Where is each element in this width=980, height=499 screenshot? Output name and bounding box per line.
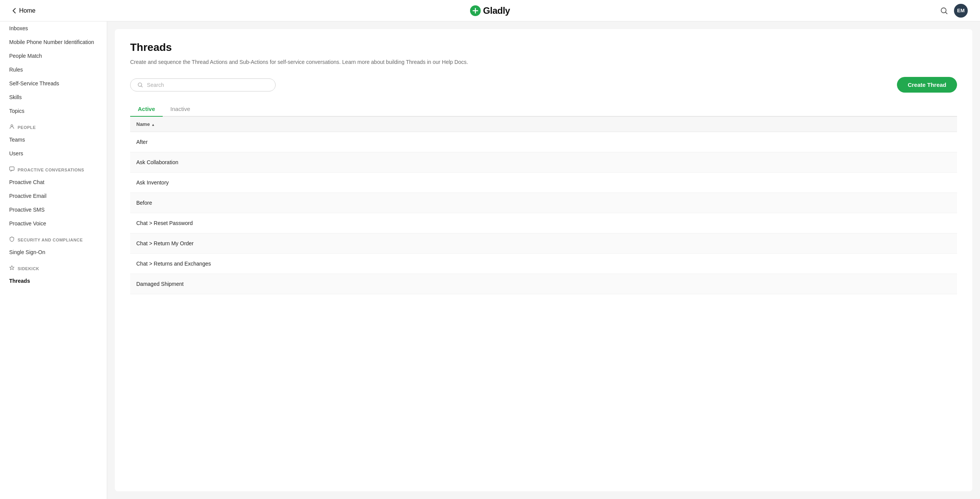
top-nav-right: EM <box>940 4 968 18</box>
sidebar-item-proactive-email[interactable]: Proactive Email <box>0 189 107 203</box>
sidebar-section-sidekick: SIDEKICK <box>0 259 107 274</box>
search-box[interactable] <box>130 78 276 91</box>
thread-list: After Ask Collaboration Ask Inventory Be… <box>130 132 957 294</box>
sidebar-item-users[interactable]: Users <box>0 147 107 160</box>
logo-icon <box>470 5 481 16</box>
sidebar-item-single-sign-on[interactable]: Single Sign-On <box>0 245 107 259</box>
create-thread-button[interactable]: Create Thread <box>897 77 957 93</box>
table-row[interactable]: Chat > Return My Order <box>130 233 957 254</box>
search-box-icon <box>137 82 143 88</box>
back-chevron-icon <box>12 8 16 14</box>
tab-inactive[interactable]: Inactive <box>163 102 198 117</box>
table-header: Name <box>130 117 957 132</box>
sort-asc-icon <box>151 121 155 127</box>
tabs: Active Inactive <box>130 102 957 117</box>
sidebar-item-mobile-phone[interactable]: Mobile Phone Number Identification <box>0 35 107 49</box>
table-row[interactable]: Damaged Shipment <box>130 274 957 294</box>
avatar[interactable]: EM <box>954 4 968 18</box>
sidebar-item-skills[interactable]: Skills <box>0 90 107 104</box>
column-header-name[interactable]: Name <box>130 121 161 127</box>
sidebar-item-self-service-threads[interactable]: Self-Service Threads <box>0 77 107 90</box>
sidebar-item-proactive-chat[interactable]: Proactive Chat <box>0 175 107 189</box>
sidebar-item-rules[interactable]: Rules <box>0 63 107 77</box>
sidebar-item-teams[interactable]: Teams <box>0 133 107 147</box>
chat-icon <box>9 166 15 173</box>
logo-text: Gladly <box>483 5 510 16</box>
sidebar-item-inboxes[interactable]: Inboxes <box>0 21 107 35</box>
page-title: Threads <box>130 41 957 54</box>
top-nav: Home Gladly EM <box>0 0 980 21</box>
tab-active[interactable]: Active <box>130 102 163 117</box>
svg-point-2 <box>11 125 13 127</box>
page-description: Create and sequence the Thread Actions a… <box>130 58 957 66</box>
sidebar-top-items: Inboxes Mobile Phone Number Identificati… <box>0 21 107 118</box>
sidebar-item-proactive-sms[interactable]: Proactive SMS <box>0 203 107 217</box>
main-layout: Inboxes Mobile Phone Number Identificati… <box>0 21 980 499</box>
global-search-button[interactable] <box>940 7 948 15</box>
person-icon <box>9 124 15 130</box>
main-content-card: Threads Create and sequence the Thread A… <box>115 29 972 491</box>
main-area: Threads Create and sequence the Thread A… <box>107 21 980 499</box>
sidebar: Inboxes Mobile Phone Number Identificati… <box>0 21 107 499</box>
logo: Gladly <box>470 5 510 16</box>
search-create-row: Create Thread <box>130 77 957 93</box>
svg-rect-3 <box>10 167 14 170</box>
star-icon <box>9 265 15 272</box>
sidebar-section-proactive: PROACTIVE CONVERSATIONS <box>0 160 107 175</box>
sidebar-section-people: PEOPLE <box>0 118 107 133</box>
sidebar-item-people-match[interactable]: People Match <box>0 49 107 63</box>
table-row[interactable]: Ask Inventory <box>130 173 957 193</box>
sidebar-item-threads[interactable]: Threads <box>0 274 107 288</box>
shield-icon <box>9 236 15 243</box>
table-row[interactable]: After <box>130 132 957 152</box>
back-button[interactable]: Home <box>12 7 36 14</box>
sidebar-section-security: SECURITY AND COMPLIANCE <box>0 230 107 245</box>
search-input[interactable] <box>147 82 268 88</box>
search-icon <box>940 7 948 15</box>
table-row[interactable]: Chat > Returns and Exchanges <box>130 254 957 274</box>
table-row[interactable]: Chat > Reset Password <box>130 213 957 233</box>
table-row[interactable]: Ask Collaboration <box>130 152 957 173</box>
sidebar-item-proactive-voice[interactable]: Proactive Voice <box>0 217 107 230</box>
sidebar-item-topics[interactable]: Topics <box>0 104 107 118</box>
table-row[interactable]: Before <box>130 193 957 213</box>
back-label: Home <box>19 7 36 14</box>
